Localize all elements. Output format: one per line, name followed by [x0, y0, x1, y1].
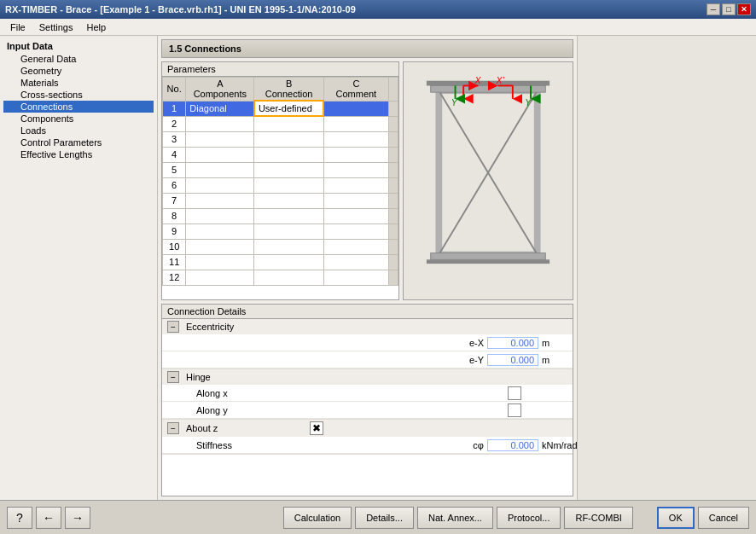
- hinge-label: Hinge: [186, 372, 211, 382]
- col-header-c: CComment: [323, 78, 388, 102]
- sidebar-item-loads[interactable]: Loads: [3, 125, 154, 136]
- menu-help[interactable]: Help: [79, 20, 113, 34]
- right-panel: [577, 36, 756, 500]
- connection-details: Connection Details − Eccentricity e-X 0.…: [161, 304, 573, 496]
- svg-text:X: X: [474, 75, 482, 85]
- hinge-collapse-button[interactable]: −: [167, 371, 179, 383]
- minimize-button[interactable]: ─: [707, 3, 720, 15]
- bottom-bar: ? ← → Calculation Details... Nat. Annex.…: [0, 500, 756, 534]
- sidebar-item-control-parameters[interactable]: Control Parameters: [3, 136, 154, 148]
- svg-rect-4: [427, 259, 550, 264]
- hinge-along-x-row: Along x: [162, 385, 573, 402]
- main-layout: Input Data General Data Geometry Materia…: [0, 36, 756, 500]
- brace-diagram-box: Y X X' Y': [403, 61, 573, 300]
- sidebar: Input Data General Data Geometry Materia…: [0, 36, 158, 500]
- sidebar-item-general-data[interactable]: General Data: [3, 53, 154, 65]
- eccentricity-x-sublabel: e-X: [436, 338, 487, 348]
- stiffness-label: Stiffness: [162, 440, 436, 450]
- hinge-along-y-row: Along y: [162, 402, 573, 419]
- content-area: 1.5 Connections Parameters No. AComponen…: [158, 36, 577, 500]
- eccentricity-y-unit: m: [538, 355, 573, 365]
- table-row[interactable]: 9: [163, 223, 398, 239]
- menu-file[interactable]: File: [3, 20, 32, 34]
- sidebar-item-geometry[interactable]: Geometry: [3, 65, 154, 77]
- row-connection[interactable]: User-defined: [254, 101, 324, 116]
- row-no: 1: [163, 101, 186, 116]
- hinge-along-x-checkbox-container: [487, 386, 538, 400]
- table-row[interactable]: 5: [163, 162, 398, 177]
- title-bar: RX-TIMBER - Brace - [Example 1 - Brace.v…: [0, 0, 756, 19]
- menu-settings[interactable]: Settings: [32, 20, 80, 34]
- eccentricity-label: Eccentricity: [186, 322, 234, 332]
- table-row[interactable]: 1 Diagonal User-defined: [163, 101, 398, 116]
- sidebar-group-label: Input Data: [3, 39, 154, 53]
- title-text: RX-TIMBER - Brace - [Example 1 - Brace.v…: [5, 4, 356, 15]
- svg-rect-5: [431, 85, 546, 92]
- stiffness-value[interactable]: 0.000: [487, 439, 538, 451]
- ok-button[interactable]: OK: [657, 507, 695, 529]
- parameters-title: Parameters: [162, 62, 398, 77]
- col-header-scroll: [388, 78, 398, 102]
- sidebar-item-components[interactable]: Components: [3, 113, 154, 125]
- about-z-checkbox[interactable]: ✖: [310, 421, 323, 435]
- svg-text:X': X': [496, 75, 505, 85]
- sidebar-item-connections[interactable]: Connections: [3, 101, 154, 113]
- table-row[interactable]: 6: [163, 177, 398, 193]
- eccentricity-x-value[interactable]: 0.000: [487, 337, 538, 349]
- next-icon-button[interactable]: →: [65, 507, 90, 529]
- prev-icon-button[interactable]: ←: [36, 507, 61, 529]
- hinge-along-y-checkbox[interactable]: [508, 403, 521, 417]
- row-comment: [323, 101, 388, 116]
- cancel-button[interactable]: Cancel: [698, 507, 749, 529]
- hinge-along-x-checkbox[interactable]: [508, 386, 521, 400]
- protocol-button[interactable]: Protocol...: [497, 507, 561, 529]
- menu-bar: File Settings Help: [0, 19, 756, 36]
- eccentricity-header: − Eccentricity: [162, 319, 573, 334]
- col-header-a: AComponents: [186, 78, 254, 102]
- table-row[interactable]: 4: [163, 147, 398, 162]
- eccentricity-y-value[interactable]: 0.000: [487, 354, 538, 366]
- row-components: Diagonal: [186, 101, 254, 116]
- svg-text:Y': Y': [525, 97, 533, 107]
- stiffness-row: Stiffness cφ 0.000 kNm/rad: [162, 437, 573, 454]
- table-row[interactable]: 7: [163, 193, 398, 208]
- table-row[interactable]: 3: [163, 131, 398, 147]
- help-icon-button[interactable]: ?: [7, 507, 32, 529]
- stiffness-unit: kNm/rad: [538, 440, 573, 450]
- parameters-table: No. AComponents BConnection CComment 1: [162, 77, 398, 299]
- calculation-button[interactable]: Calculation: [283, 507, 352, 529]
- hinge-along-y-checkbox-container: [487, 403, 538, 417]
- col-header-no: No.: [163, 78, 186, 102]
- window-controls: ─ □ ✕: [707, 3, 751, 15]
- maximize-button[interactable]: □: [722, 3, 736, 15]
- about-z-checkbox-container: ✖: [289, 421, 340, 435]
- table-row[interactable]: 10: [163, 239, 398, 254]
- eccentricity-section: − Eccentricity e-X 0.000 m e-Y 0.000 m: [162, 319, 573, 369]
- eccentricity-x-unit: m: [538, 338, 573, 348]
- about-z-collapse-button[interactable]: −: [167, 422, 179, 434]
- table-row[interactable]: 2: [163, 116, 398, 131]
- sidebar-item-materials[interactable]: Materials: [3, 77, 154, 89]
- table-row[interactable]: 12: [163, 270, 398, 285]
- eccentricity-y-row: e-Y 0.000 m: [162, 351, 573, 369]
- section-header: 1.5 Connections: [161, 39, 573, 58]
- table-row[interactable]: 11: [163, 254, 398, 270]
- eccentricity-x-row: e-X 0.000 m: [162, 334, 573, 351]
- close-button[interactable]: ✕: [737, 3, 751, 15]
- rf-combi-button[interactable]: RF-COMBI: [564, 507, 632, 529]
- about-z-label: About z: [186, 423, 218, 433]
- hinge-along-x-label: Along x: [162, 388, 436, 398]
- sidebar-item-cross-sections[interactable]: Cross-sections: [3, 89, 154, 101]
- hinge-header: − Hinge: [162, 369, 573, 385]
- details-button[interactable]: Details...: [355, 507, 414, 529]
- eccentricity-collapse-button[interactable]: −: [167, 321, 179, 333]
- brace-diagram-svg: Y X X' Y': [411, 74, 565, 287]
- hinge-section: − Hinge Along x Along y: [162, 369, 573, 420]
- table-row[interactable]: 8: [163, 208, 398, 223]
- hinge-along-y-label: Along y: [162, 405, 436, 415]
- nat-annex-button[interactable]: Nat. Annex...: [417, 507, 493, 529]
- svg-rect-6: [427, 81, 550, 86]
- eccentricity-y-sublabel: e-Y: [436, 355, 487, 365]
- about-z-header: − About z ✖: [162, 420, 573, 437]
- sidebar-item-effective-lengths[interactable]: Effective Lengths: [3, 148, 154, 160]
